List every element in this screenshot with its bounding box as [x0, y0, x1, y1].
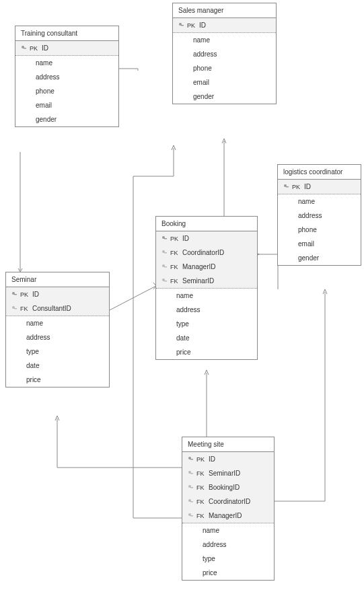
pk-field: ID: [199, 22, 206, 29]
entity-title: Seminar: [6, 272, 109, 287]
fk-field: CoordinatorID: [182, 249, 224, 256]
attr-row: address: [173, 47, 276, 61]
svg-rect-3: [181, 25, 184, 26]
attr-row: name: [15, 56, 118, 70]
attr-row: phone: [15, 84, 118, 98]
pk-row: PK ID: [278, 180, 361, 194]
fk-field: ManagerID: [182, 263, 215, 270]
fk-row: FK ConsultantID: [6, 301, 109, 316]
fk-label: FK: [170, 264, 180, 270]
svg-rect-7: [14, 294, 17, 295]
fk-row: FK CoordinatorID: [156, 246, 257, 260]
entity-title: Sales manager: [173, 3, 276, 18]
attr-row: address: [156, 303, 257, 317]
attr-row: name: [173, 33, 276, 47]
key-icon: [161, 235, 168, 242]
key-icon: [21, 45, 28, 52]
pk-label: PK: [292, 184, 301, 190]
attr-row: phone: [173, 61, 276, 75]
svg-rect-19: [190, 459, 193, 460]
key-icon: [188, 470, 194, 477]
entity-training-consultant: Training consultant PK ID name address p…: [15, 26, 119, 127]
attr-row: gender: [173, 89, 276, 104]
pk-label: PK: [170, 235, 180, 242]
attr-row: phone: [278, 223, 361, 237]
key-icon: [188, 513, 194, 519]
svg-rect-9: [14, 308, 17, 309]
pk-field: ID: [209, 455, 215, 463]
fk-field: ConsultantID: [32, 305, 71, 312]
pk-label: PK: [30, 45, 39, 52]
fk-field: SeminarID: [182, 277, 214, 285]
attr-row: date: [156, 331, 257, 345]
fk-field: SeminarID: [209, 470, 240, 477]
attr-row: price: [182, 566, 274, 580]
pk-field: ID: [182, 235, 189, 242]
attr-row: gender: [15, 112, 118, 126]
pk-row: PK ID: [182, 452, 274, 466]
entity-logistics-coordinator: logistics coordinator PK ID name address…: [277, 164, 361, 266]
entity-sales-manager: Sales manager PK ID name address phone e…: [172, 3, 277, 104]
pk-row: PK ID: [173, 18, 276, 33]
attr-row: name: [182, 523, 274, 538]
attr-row: gender: [278, 251, 361, 265]
fk-label: FK: [196, 470, 206, 477]
attr-row: name: [278, 194, 361, 209]
fk-label: FK: [196, 484, 206, 491]
svg-rect-17: [164, 281, 167, 282]
attr-row: email: [278, 237, 361, 251]
pk-label: PK: [20, 291, 30, 298]
attr-row: name: [6, 316, 109, 330]
svg-rect-25: [190, 501, 193, 503]
fk-row: FK ManagerID: [156, 260, 257, 274]
fk-label: FK: [20, 305, 30, 312]
attr-row: address: [278, 209, 361, 223]
key-icon: [161, 278, 168, 285]
pk-row: PK ID: [156, 231, 257, 246]
entity-title: Training consultant: [15, 26, 118, 41]
svg-rect-13: [164, 252, 167, 254]
fk-label: FK: [170, 250, 180, 256]
attr-row: type: [182, 552, 274, 566]
pk-row: PK ID: [15, 41, 118, 56]
key-icon: [161, 264, 168, 270]
attr-row: type: [156, 317, 257, 331]
attr-row: date: [6, 359, 109, 373]
key-icon: [161, 250, 168, 256]
pk-row: PK ID: [6, 287, 109, 301]
fk-row: FK CoordinatorID: [182, 494, 274, 509]
entity-seminar: Seminar PK ID FK ConsultantID name addre…: [5, 272, 110, 387]
fk-field: CoordinatorID: [209, 498, 250, 505]
attr-row: price: [156, 345, 257, 359]
svg-rect-5: [286, 186, 289, 188]
pk-field: ID: [42, 44, 48, 52]
entity-meeting-site: Meeting site PK ID FK SeminarID FK Booki…: [182, 437, 275, 581]
svg-rect-21: [190, 473, 193, 474]
pk-field: ID: [32, 291, 39, 298]
key-icon: [188, 498, 194, 505]
fk-label: FK: [170, 278, 180, 285]
fk-row: FK ManagerID: [182, 509, 274, 523]
pk-field: ID: [304, 183, 311, 190]
key-icon: [283, 184, 290, 190]
key-icon: [188, 456, 194, 463]
key-icon: [178, 22, 185, 29]
fk-field: ManagerID: [209, 512, 242, 519]
fk-label: FK: [196, 498, 206, 505]
key-icon: [11, 305, 18, 312]
entity-title: Meeting site: [182, 437, 274, 452]
attr-row: address: [6, 330, 109, 344]
attr-row: address: [15, 70, 118, 84]
svg-rect-1: [24, 48, 26, 49]
attr-row: price: [6, 373, 109, 387]
attr-row: email: [15, 98, 118, 112]
entity-booking: Booking PK ID FK CoordinatorID FK Manage…: [155, 216, 258, 360]
fk-label: FK: [196, 513, 206, 519]
svg-rect-23: [190, 487, 193, 488]
attr-row: address: [182, 538, 274, 552]
fk-row: FK BookingID: [182, 480, 274, 494]
entity-title: Booking: [156, 217, 257, 231]
fk-field: BookingID: [209, 484, 240, 491]
attr-row: name: [156, 289, 257, 303]
pk-label: PK: [196, 456, 206, 463]
